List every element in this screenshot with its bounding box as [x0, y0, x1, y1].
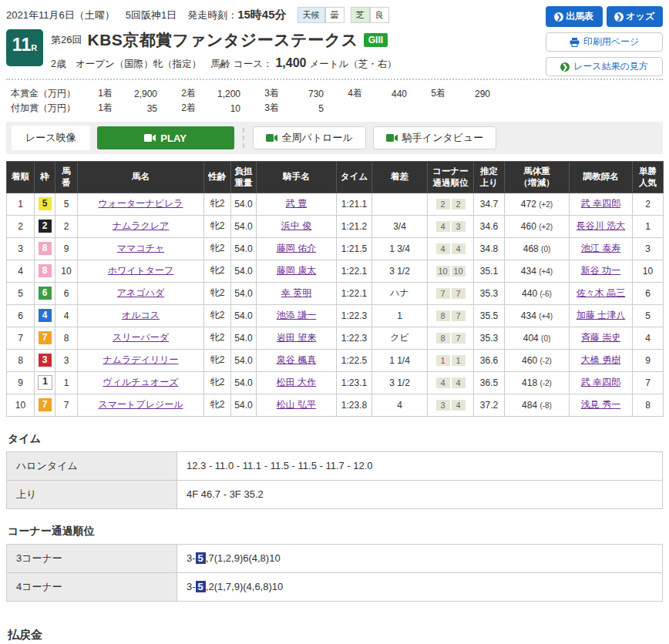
body-weight-diff: (-8) [540, 401, 552, 410]
grade-badge: GIII [364, 33, 388, 47]
corner-positions: 44 [428, 237, 474, 260]
trainer-cell: 大橋 勇樹 [570, 349, 633, 371]
prize-amount: 290 [450, 86, 501, 101]
margin: 1 [372, 304, 428, 327]
race-number-suffix: R [31, 43, 37, 52]
body-weight-diff: (+2) [539, 223, 553, 231]
frame-number-badge: 8 [39, 242, 52, 255]
play-button[interactable]: PLAY [97, 126, 234, 149]
trainer-link[interactable]: 長谷川 浩大 [577, 220, 625, 231]
shutuba-button[interactable]: ❯ 出馬表 [546, 6, 603, 27]
corner-table: 3コーナー3-5,7(1,2,9)6(4,8)104コーナー3-5,2(1,7,… [6, 544, 663, 602]
trainer-link[interactable]: 新谷 功一 [581, 265, 620, 276]
corner-position-box: 4 [436, 243, 450, 254]
horse-link[interactable]: ヴィルチュオーズ [103, 377, 179, 387]
corner-position-box: 7 [452, 288, 466, 299]
prize-amount: 10 [200, 101, 251, 116]
sex-age: 牝2 [204, 260, 231, 282]
frame-cell: 6 [35, 282, 55, 304]
finish-time: 1:21.2 [337, 215, 372, 237]
result-row: 566アネゴハダ牝254.0幸 英明1:22.1ハナ7735.3440 (-6)… [7, 282, 664, 304]
horse-number: 2 [55, 215, 78, 237]
body-weight-diff: (-2) [540, 357, 552, 365]
odds-button[interactable]: ❯ オッズ [607, 6, 664, 27]
trainer-link[interactable]: 加藤 士津八 [577, 310, 625, 320]
jockey-link[interactable]: 幸 英明 [281, 287, 311, 298]
jockey-link[interactable]: 浜中 俊 [281, 220, 311, 231]
result-guide-button[interactable]: ❯ レース結果の見方 [546, 57, 663, 76]
trainer-link[interactable]: 浅見 秀一 [581, 399, 620, 410]
results-table: 着順枠馬 番馬名性齢負担 重量騎手名タイム着差コーナー 通過順位推定 上り馬体重… [6, 161, 664, 417]
trainer-link[interactable]: 斉藤 崇史 [581, 332, 620, 343]
trainer-cell: 加藤 士津八 [570, 304, 633, 327]
margin [372, 193, 428, 215]
race-result-page: ❯ 出馬表 ❯ オッズ 印刷用ページ ❯ レース結果の見方 2021年11月6日… [0, 0, 669, 644]
horse-link[interactable]: オルコス [122, 310, 160, 320]
body-weight-diff: (0) [541, 245, 550, 253]
jockey-link[interactable]: 泉谷 楓真 [277, 354, 316, 365]
weather-value-badge: 曇 [325, 7, 345, 23]
odds-button-label: オッズ [626, 10, 654, 23]
horse-link[interactable]: アネゴハダ [117, 287, 164, 298]
column-header: タイム [337, 162, 372, 193]
jockey-link[interactable]: 池添 謙一 [277, 310, 316, 320]
dotted-divider [6, 79, 663, 80]
trainer-cell: 武 幸四郎 [570, 371, 633, 394]
corner-row-label: 3コーナー [7, 544, 177, 572]
horse-link[interactable]: スマートプレジール [99, 399, 183, 410]
jockey-link[interactable]: 藤岡 佑介 [277, 243, 316, 253]
frame-cell: 4 [35, 304, 55, 327]
horse-link[interactable]: ママコチャ [117, 243, 164, 253]
jockey-link[interactable]: 藤岡 康太 [277, 265, 316, 276]
prize-rank: 1着 [85, 101, 117, 116]
horse-link[interactable]: ナムラデイリリー [103, 354, 179, 365]
trainer-link[interactable]: 武 幸四郎 [581, 377, 620, 387]
jockey-link[interactable]: 岩田 望来 [277, 332, 316, 343]
prize-rank: 3着 [251, 101, 284, 116]
corner-position-box: 7 [452, 310, 466, 321]
jockey-link[interactable]: 松山 弘平 [277, 399, 316, 410]
column-header: 枠 [35, 162, 55, 193]
trainer-link[interactable]: 大橋 勇樹 [581, 354, 620, 365]
patrol-video-button[interactable]: 全周パトロール [253, 126, 366, 149]
column-header: 馬 番 [55, 162, 78, 193]
sex-age: 牝2 [204, 304, 231, 327]
horse-link[interactable]: ホワイトターフ [108, 265, 174, 276]
win-popularity: 1 [633, 215, 664, 237]
body-weight: 460 (+2) [505, 215, 570, 237]
margin: クビ [372, 327, 428, 349]
jockey-link[interactable]: 武 豊 [286, 198, 307, 209]
body-weight: 460 (-2) [505, 349, 570, 371]
sex-age: 牝2 [204, 327, 231, 349]
course-label: コース： [234, 58, 273, 71]
last-3f: 35.3 [474, 327, 505, 349]
course-distance: 1,400 [275, 56, 306, 70]
horse-name-cell: ホワイトターフ [78, 260, 204, 282]
corner-position-box: 4 [452, 243, 466, 254]
finish-time: 1:22.5 [337, 349, 372, 371]
sex-age: 牝2 [204, 193, 231, 215]
prize-rank: 2着 [168, 101, 200, 116]
jockey-cell: 藤岡 佑介 [257, 237, 337, 260]
corner-positions: 1010 [428, 260, 474, 282]
trainer-link[interactable]: 武 幸四郎 [581, 198, 620, 209]
body-weight-diff: (+2) [539, 200, 553, 209]
result-row: 644オルコス牝254.0池添 謙一1:22.318735.5434 (+4)加… [7, 304, 664, 327]
margin: 3/4 [372, 215, 428, 237]
win-popularity: 8 [633, 394, 664, 416]
frame-number-badge: 3 [39, 354, 52, 367]
trainer-link[interactable]: 佐々木 晶三 [577, 287, 625, 298]
horse-link[interactable]: ナムラクレア [113, 220, 170, 231]
jockey-interview-button[interactable]: 騎手インタビュー [373, 126, 497, 149]
video-camera-icon [144, 134, 156, 142]
print-page-button[interactable]: 印刷用ページ [546, 32, 663, 52]
last-3f: 35.5 [474, 304, 505, 327]
time-section-title: タイム [8, 432, 663, 446]
prize-row: 本賞金（万円）1着2,9002着1,2003着7304着4405着290 [11, 86, 501, 101]
time-table: ハロンタイム12.3 - 11.0 - 11.1 - 11.5 - 11.5 -… [6, 451, 663, 509]
frame-cell: 5 [35, 193, 55, 215]
horse-link[interactable]: ウォーターナビレラ [99, 198, 183, 209]
trainer-link[interactable]: 池江 泰寿 [581, 243, 620, 253]
jockey-link[interactable]: 松田 大作 [277, 377, 316, 387]
horse-link[interactable]: スリーパーダ [113, 332, 169, 343]
